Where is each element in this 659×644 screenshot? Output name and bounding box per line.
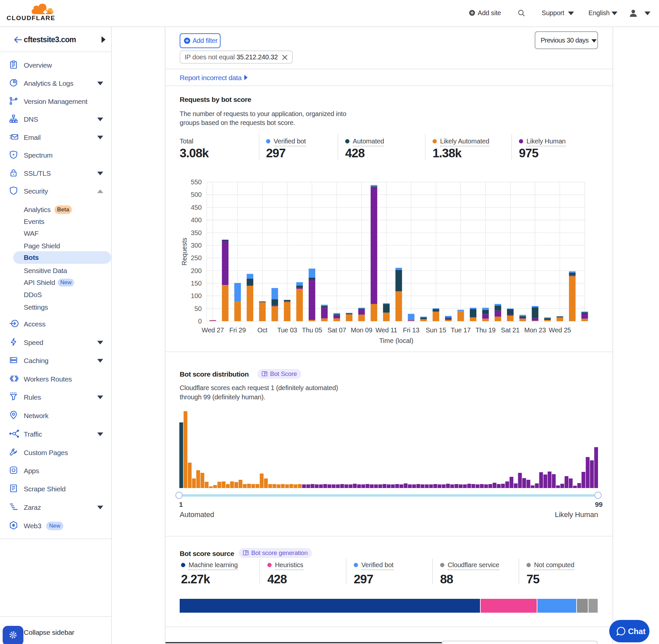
- svg-text:Thu 05: Thu 05: [302, 326, 322, 334]
- svg-text:Sat 21: Sat 21: [501, 326, 520, 334]
- svg-text:Sun 15: Sun 15: [426, 326, 446, 334]
- svg-text:Wed 27: Wed 27: [202, 326, 224, 334]
- svg-text:Requests: Requests: [181, 238, 188, 266]
- svg-text:Oct: Oct: [257, 326, 268, 334]
- svg-text:500: 500: [191, 191, 202, 198]
- svg-text:200: 200: [191, 267, 202, 274]
- svg-text:Time (local): Time (local): [379, 337, 414, 344]
- svg-text:300: 300: [191, 242, 202, 249]
- svg-text:Fri 13: Fri 13: [403, 326, 419, 334]
- svg-text:0: 0: [198, 318, 202, 325]
- svg-text:Wed 25: Wed 25: [549, 326, 571, 334]
- svg-text:400: 400: [191, 216, 202, 224]
- svg-text:Fri 29: Fri 29: [230, 326, 246, 334]
- svg-text:Sat 07: Sat 07: [327, 326, 346, 334]
- svg-text:150: 150: [191, 280, 202, 287]
- svg-text:50: 50: [194, 305, 202, 312]
- svg-text:Thu 19: Thu 19: [475, 326, 495, 334]
- svg-text:250: 250: [191, 254, 202, 261]
- svg-text:450: 450: [191, 204, 202, 211]
- svg-text:550: 550: [191, 178, 202, 186]
- svg-text:Tue 03: Tue 03: [277, 326, 297, 334]
- svg-text:Mon 09: Mon 09: [351, 326, 373, 334]
- svg-text:Mon 23: Mon 23: [524, 326, 546, 334]
- svg-text:100: 100: [191, 292, 202, 299]
- svg-text:Tue 17: Tue 17: [451, 326, 470, 334]
- svg-text:Wed 11: Wed 11: [376, 326, 397, 334]
- svg-text:350: 350: [191, 229, 202, 236]
